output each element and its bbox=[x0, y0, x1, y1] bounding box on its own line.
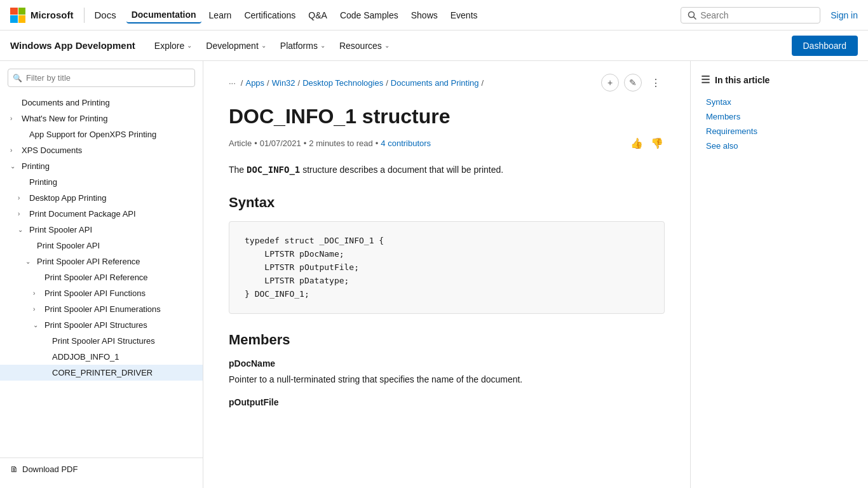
nav-development[interactable]: Development ⌄ bbox=[200, 38, 273, 53]
breadcrumb-more-button[interactable]: ⋮ bbox=[647, 76, 665, 90]
breadcrumb-sep-1: / bbox=[267, 78, 269, 88]
sidebar-item-spooler-functions[interactable]: › Print Spooler API Functions bbox=[0, 285, 203, 301]
top-nav: Microsoft Docs Documentation Learn Certi… bbox=[0, 0, 868, 30]
nav-learn[interactable]: Learn bbox=[204, 8, 237, 23]
sidebar-link-spooler-ref-sub[interactable]: Print Spooler API Reference bbox=[44, 273, 148, 282]
sidebar-link-spooler-api-sub[interactable]: Print Spooler API bbox=[37, 241, 100, 250]
sidebar-link-spooler-structs[interactable]: Print Spooler API Structures bbox=[44, 320, 147, 330]
nav-divider bbox=[84, 8, 85, 23]
sidebar-item-addjob[interactable]: ADDJOB_INFO_1 bbox=[0, 349, 203, 365]
sidebar-link-core-printer[interactable]: CORE_PRINTER_DRIVER bbox=[52, 368, 153, 377]
sidebar-item-structs-sub[interactable]: Print Spooler API Structures bbox=[0, 333, 203, 349]
sidebar-link-structs-sub[interactable]: Print Spooler API Structures bbox=[52, 336, 155, 346]
sidebar-item-spooler-ref[interactable]: ⌄ Print Spooler API Reference bbox=[0, 254, 203, 269]
sidebar-link-print-spooler-api[interactable]: Print Spooler API bbox=[29, 225, 92, 234]
expand-down-structs-icon: ⌄ bbox=[33, 322, 41, 329]
sidebar-item-printing[interactable]: ⌄ Printing bbox=[0, 158, 203, 174]
nav-resources[interactable]: Resources ⌄ bbox=[333, 38, 396, 53]
sidebar-item-print-spooler-api[interactable]: ⌄ Print Spooler API bbox=[0, 222, 203, 238]
toc-item-members[interactable]: Members bbox=[706, 109, 858, 124]
summary-code-ref: DOC_INFO_1 bbox=[247, 165, 300, 175]
sidebar-link-spooler-enums[interactable]: Print Spooler API Enumerations bbox=[44, 304, 161, 314]
toc-item-syntax[interactable]: Syntax bbox=[706, 95, 858, 109]
filter-input[interactable] bbox=[8, 69, 195, 87]
breadcrumb-apps[interactable]: Apps bbox=[245, 78, 264, 88]
toc-item-see-also[interactable]: See also bbox=[706, 139, 858, 153]
meta-bullet-1: • bbox=[254, 139, 257, 148]
nav-documentation[interactable]: Documentation bbox=[126, 7, 201, 24]
toc-item-requirements[interactable]: Requirements bbox=[706, 124, 858, 139]
sidebar-item-documents-printing[interactable]: Documents and Printing bbox=[0, 95, 203, 111]
nav-explore[interactable]: Explore ⌄ bbox=[148, 38, 198, 53]
secondary-nav: Windows App Development Explore ⌄ Develo… bbox=[0, 30, 868, 61]
explore-chevron-icon: ⌄ bbox=[187, 42, 192, 49]
breadcrumb-desktop-tech[interactable]: Desktop Technologies bbox=[302, 78, 383, 88]
sidebar-item-core-printer[interactable]: CORE_PRINTER_DRIVER bbox=[0, 365, 203, 381]
app-title: Windows App Development bbox=[10, 40, 135, 51]
docs-label: Docs bbox=[95, 10, 116, 20]
sidebar-link-print-doc-pkg[interactable]: Print Document Package API bbox=[29, 209, 136, 219]
expand-down-spooler-icon: ⌄ bbox=[18, 226, 25, 233]
sidebar-link-spooler-ref[interactable]: Print Spooler API Reference bbox=[37, 257, 140, 266]
expand-right-desktop-icon: › bbox=[18, 194, 25, 201]
breadcrumb-sep-3: / bbox=[386, 78, 388, 88]
nav-certifications[interactable]: Certifications bbox=[239, 8, 301, 23]
sidebar-link-printing-sub[interactable]: Printing bbox=[29, 177, 57, 187]
sidebar-link-spooler-functions[interactable]: Print Spooler API Functions bbox=[44, 288, 146, 298]
sign-in-button[interactable]: Sign in bbox=[831, 10, 858, 20]
article-date: 01/07/2021 bbox=[260, 139, 301, 148]
platforms-chevron-icon: ⌄ bbox=[320, 42, 325, 49]
dashboard-button[interactable]: Dashboard bbox=[792, 36, 858, 56]
toc-list-icon: ☰ bbox=[701, 74, 710, 86]
breadcrumb-win32[interactable]: Win32 bbox=[272, 78, 295, 88]
sidebar-item-whats-new[interactable]: › What's New for Printing bbox=[0, 111, 203, 126]
expand-down-spooler-ref-icon: ⌄ bbox=[25, 258, 33, 265]
sidebar-item-spooler-api-sub[interactable]: Print Spooler API bbox=[0, 238, 203, 254]
sidebar-link-xps[interactable]: XPS Documents bbox=[22, 146, 82, 155]
sidebar-item-spooler-structs[interactable]: ⌄ Print Spooler API Structures bbox=[0, 317, 203, 333]
download-pdf-button[interactable]: 🗎 Download PDF bbox=[0, 458, 203, 480]
nav-qa[interactable]: Q&A bbox=[303, 8, 332, 23]
sidebar-item-xps[interactable]: › XPS Documents bbox=[0, 142, 203, 158]
sidebar-link-printing[interactable]: Printing bbox=[22, 161, 50, 171]
sidebar-item-spooler-ref-sub[interactable]: Print Spooler API Reference bbox=[0, 269, 203, 285]
sidebar-link-documents-printing[interactable]: Documents and Printing bbox=[22, 98, 110, 107]
syntax-code: typedef struct _DOC_INFO_1 { LPTSTR pDoc… bbox=[245, 234, 649, 301]
article-contributors[interactable]: 4 contributors bbox=[381, 139, 431, 148]
breadcrumb-docs-printing[interactable]: Documents and Printing bbox=[391, 78, 479, 88]
sidebar-item-desktop-printing[interactable]: › Desktop App Printing bbox=[0, 190, 203, 206]
member-pdocname-desc: Pointer to a null-terminated string that… bbox=[229, 372, 665, 386]
expand-right-xps-icon: › bbox=[10, 147, 18, 154]
nav-explore-label: Explore bbox=[154, 41, 184, 51]
nav-events[interactable]: Events bbox=[445, 8, 483, 23]
toc-header-label: In this article bbox=[715, 75, 770, 85]
breadcrumb-add-button[interactable]: + bbox=[601, 74, 619, 92]
sidebar-item-print-doc-pkg[interactable]: › Print Document Package API bbox=[0, 206, 203, 222]
resources-chevron-icon: ⌄ bbox=[384, 42, 390, 49]
search-box bbox=[681, 7, 820, 24]
sidebar-items: Documents and Printing › What's New for … bbox=[0, 95, 203, 458]
sidebar-link-whats-new[interactable]: What's New for Printing bbox=[22, 114, 107, 123]
sidebar-item-openxps[interactable]: App Support for OpenXPS Printing bbox=[0, 126, 203, 142]
sidebar-item-spooler-enums[interactable]: › Print Spooler API Enumerations bbox=[0, 301, 203, 317]
microsoft-logo[interactable]: Microsoft bbox=[10, 8, 74, 23]
thumbs-down-button[interactable]: 👎 bbox=[649, 136, 665, 151]
expand-right-funcs-icon: › bbox=[33, 290, 41, 297]
sidebar-link-desktop-printing[interactable]: Desktop App Printing bbox=[29, 193, 106, 203]
nav-platforms-label: Platforms bbox=[280, 41, 318, 51]
sidebar-link-addjob[interactable]: ADDJOB_INFO_1 bbox=[52, 352, 119, 362]
search-input[interactable] bbox=[700, 10, 813, 20]
nav-platforms[interactable]: Platforms ⌄ bbox=[274, 38, 332, 53]
nav-code-samples[interactable]: Code Samples bbox=[335, 8, 403, 23]
nav-shows[interactable]: Shows bbox=[406, 8, 443, 23]
article-content: ··· / Apps / Win32 / Desktop Technologie… bbox=[203, 61, 690, 488]
member-poutputfile-title: pOutputFile bbox=[229, 397, 665, 407]
sidebar-link-openxps[interactable]: App Support for OpenXPS Printing bbox=[29, 130, 156, 139]
sidebar-item-printing-sub[interactable]: Printing bbox=[0, 174, 203, 190]
breadcrumb-sep-4: / bbox=[482, 78, 484, 88]
download-pdf-label: Download PDF bbox=[22, 464, 78, 474]
search-icon bbox=[688, 11, 696, 20]
expand-right-enums-icon: › bbox=[33, 306, 41, 313]
breadcrumb-edit-button[interactable]: ✎ bbox=[624, 74, 642, 92]
thumbs-up-button[interactable]: 👍 bbox=[629, 136, 644, 151]
